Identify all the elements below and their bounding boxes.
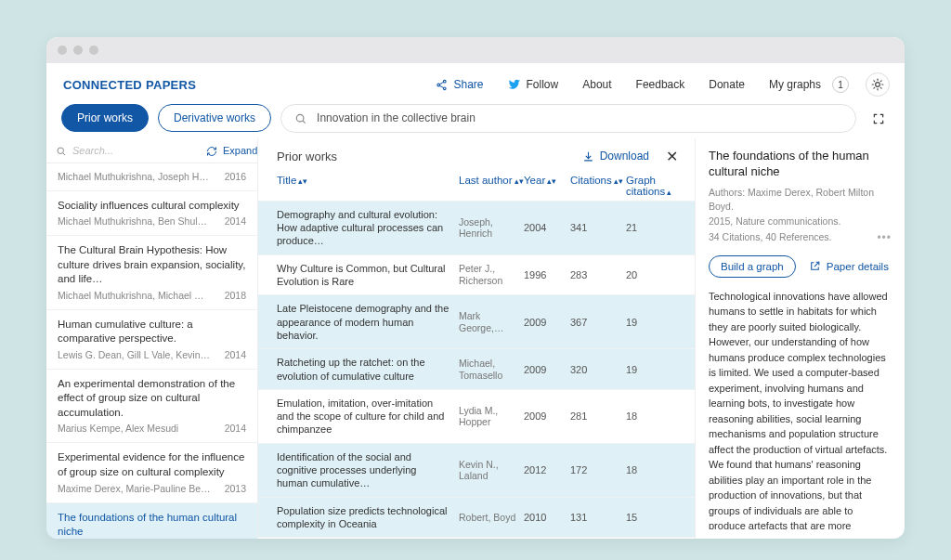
- row-title: Population size predicts technological c…: [277, 504, 459, 531]
- window-dot: [73, 46, 83, 55]
- toolbar: Prior works Derivative works Innovation …: [46, 104, 905, 138]
- download-link[interactable]: Download: [582, 150, 649, 163]
- left-list-item[interactable]: Sociality influences cultural complexity…: [46, 191, 257, 237]
- row-author: Peter J., Richerson: [459, 263, 524, 286]
- table-row[interactable]: The cultural origins of human cognitionJ…: [258, 537, 695, 539]
- table-row[interactable]: Population size predicts technological c…: [258, 497, 695, 538]
- refresh-icon[interactable]: [206, 144, 217, 157]
- mygraphs-count: 1: [832, 76, 849, 93]
- col-title[interactable]: Title▴▾: [277, 175, 459, 197]
- share-link[interactable]: Share: [436, 78, 483, 91]
- open-icon: [809, 260, 821, 272]
- row-graph-citations: 19: [626, 317, 672, 328]
- row-title: Late Pleistocene demography and the appe…: [277, 302, 459, 342]
- row-graph-citations: 18: [626, 464, 672, 475]
- row-year: 2009: [524, 317, 570, 328]
- main-search[interactable]: Innovation in the collective brain: [280, 104, 856, 133]
- row-year: 2004: [524, 222, 570, 233]
- download-icon: [582, 150, 594, 163]
- row-citations: 283: [570, 269, 626, 280]
- list-item-title: The foundations of the human cultural ni…: [58, 511, 246, 540]
- list-item-year: 2016: [225, 171, 246, 182]
- row-title: Identification of the social and cogniti…: [277, 450, 459, 490]
- left-list-item[interactable]: Human cumulative culture: a comparative …: [46, 310, 257, 370]
- twitter-icon: [508, 78, 521, 92]
- row-author: Michael, Tomasello: [459, 358, 524, 381]
- paper-stats: 34 Citations, 40 References.: [709, 230, 832, 244]
- app-window: CONNECTED PAPERS Share Follow About Feed…: [46, 37, 905, 539]
- paper-details-link[interactable]: Paper details: [809, 260, 889, 272]
- fullscreen-button[interactable]: [866, 105, 892, 131]
- row-citations: 341: [570, 222, 626, 233]
- table-row[interactable]: Identification of the social and cogniti…: [258, 443, 695, 497]
- col-citations[interactable]: Citations▴▾: [570, 175, 626, 197]
- col-author[interactable]: Last author▴▾: [459, 175, 524, 197]
- table-header: Title▴▾ Last author▴▾ Year▴▾ Citations▴▾…: [258, 169, 695, 201]
- left-list-item[interactable]: Michael Muthukrishna, Joseph Henrich2016: [46, 163, 257, 191]
- left-list-item[interactable]: Experimental evidence for the influence …: [46, 443, 257, 502]
- left-list-item[interactable]: The foundations of the human cultural ni…: [46, 503, 257, 540]
- table-row[interactable]: Ratcheting up the ratchet: on the evolut…: [258, 348, 695, 389]
- row-year: 2012: [524, 464, 570, 475]
- row-year: 2009: [524, 410, 570, 422]
- table-row[interactable]: Late Pleistocene demography and the appe…: [258, 294, 695, 348]
- col-graph-citations[interactable]: Graph citations▴: [626, 175, 672, 197]
- row-graph-citations: 21: [626, 222, 672, 233]
- left-list-item[interactable]: The Cultural Brain Hypothesis: How cultu…: [46, 236, 257, 310]
- svg-point-0: [444, 81, 447, 84]
- left-list: Michael Muthukrishna, Joseph Henrich2016…: [46, 163, 257, 539]
- svg-point-16: [58, 148, 64, 154]
- theme-toggle[interactable]: [866, 72, 890, 97]
- list-item-year: 2018: [225, 290, 246, 301]
- svg-line-15: [303, 121, 306, 124]
- build-graph-button[interactable]: Build a graph: [709, 255, 796, 278]
- left-list-item[interactable]: An experimental demonstration of the eff…: [46, 370, 257, 444]
- share-icon: [436, 78, 448, 91]
- list-item-authors: Marius Kempe, Alex Mesudi: [58, 423, 178, 434]
- follow-link[interactable]: Follow: [508, 78, 559, 92]
- fullscreen-icon: [872, 111, 885, 125]
- list-item-authors: Maxime Derex, Marie-Pauline Beguin, Bern…: [58, 483, 211, 494]
- expand-link[interactable]: Expand: [223, 145, 257, 156]
- about-link[interactable]: About: [582, 78, 611, 91]
- paper-actions: Build a graph Paper details: [709, 255, 892, 278]
- row-author: Mark George,…: [459, 310, 524, 333]
- list-item-title: An experimental demonstration of the eff…: [58, 377, 246, 421]
- paper-abstract: Technological innovations have allowed h…: [709, 289, 892, 529]
- feedback-link[interactable]: Feedback: [636, 78, 685, 91]
- window-dot: [58, 46, 67, 55]
- search-icon: [56, 144, 67, 157]
- logo[interactable]: CONNECTED PAPERS: [63, 78, 196, 92]
- close-button[interactable]: ✕: [662, 148, 682, 165]
- more-menu[interactable]: •••: [877, 231, 892, 244]
- left-search-bar: Expand: [46, 138, 257, 163]
- donate-link[interactable]: Donate: [709, 78, 745, 91]
- derivative-works-tab[interactable]: Derivative works: [158, 104, 271, 132]
- row-graph-citations: 20: [626, 269, 672, 280]
- list-item-title: Experimental evidence for the influence …: [58, 450, 246, 479]
- row-author: Lydia M., Hopper: [459, 405, 524, 428]
- svg-line-8: [874, 81, 875, 82]
- right-panel: The foundations of the human cultural ni…: [696, 138, 905, 539]
- row-title: Ratcheting up the ratchet: on the evolut…: [277, 356, 459, 383]
- paper-pub: 2015, Nature communications.: [709, 215, 892, 228]
- list-item-authors: Michael Muthukrishna, Joseph Henrich: [58, 171, 211, 182]
- svg-line-9: [880, 88, 881, 89]
- row-title: Why Culture is Common, but Cultural Evol…: [277, 262, 459, 289]
- left-search-input[interactable]: [72, 145, 201, 156]
- row-year: 2010: [524, 512, 570, 523]
- row-author: Kevin N., Laland: [459, 459, 524, 482]
- content: Expand Michael Muthukrishna, Joseph Henr…: [46, 138, 905, 539]
- col-year[interactable]: Year▴▾: [524, 175, 570, 197]
- window-titlebar: [46, 37, 905, 63]
- svg-line-13: [880, 81, 881, 82]
- header: CONNECTED PAPERS Share Follow About Feed…: [46, 63, 905, 104]
- list-item-year: 2014: [225, 349, 246, 360]
- table-row[interactable]: Why Culture is Common, but Cultural Evol…: [258, 254, 695, 295]
- table-row[interactable]: Emulation, imitation, over-imitation and…: [258, 389, 695, 443]
- table-row[interactable]: Demography and cultural evolution: How a…: [258, 201, 695, 254]
- row-graph-citations: 15: [626, 512, 672, 523]
- prior-works-tab[interactable]: Prior works: [61, 104, 149, 132]
- mygraphs-link[interactable]: My graphs 1: [769, 76, 849, 93]
- middle-title: Prior works: [277, 150, 337, 163]
